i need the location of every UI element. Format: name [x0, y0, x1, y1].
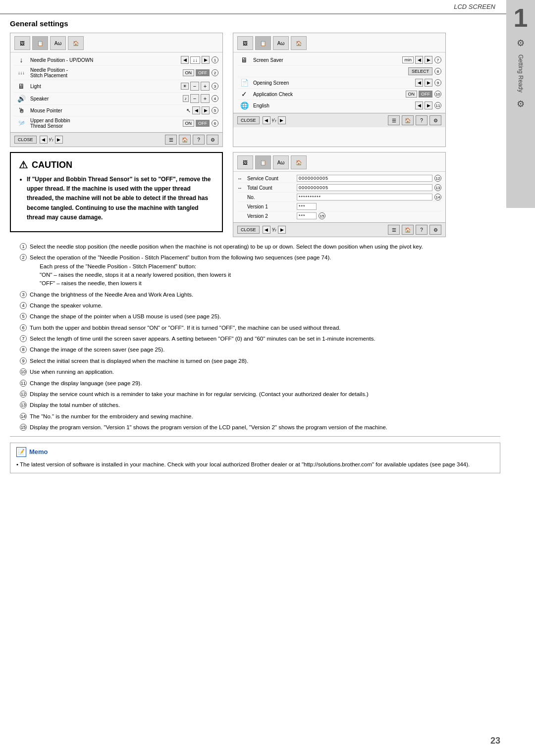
row7-arrow-left[interactable]: ◀: [415, 56, 423, 64]
row10-label: Application Check: [251, 92, 406, 97]
left-panel-rows: ↓ Needle Position - UP/DOWN ◀ ↓↓ ▶ 1 ↓↓↓…: [10, 52, 222, 132]
left-bottom-icon-4[interactable]: ⚙: [207, 135, 218, 145]
row11-arrow-left[interactable]: ◀: [415, 101, 423, 109]
row4-icon: 🔊: [14, 95, 28, 102]
right-top-bottom-icons: ☰ 🏠 ? ⚙: [388, 115, 441, 125]
row3-label: Light: [28, 84, 181, 89]
row5-arrow-left[interactable]: ◀: [192, 106, 200, 114]
row6-off-btn[interactable]: OFF: [196, 120, 210, 127]
row11-arrow-right[interactable]: ▶: [425, 101, 432, 109]
row5-arrow-right[interactable]: ▶: [202, 106, 210, 114]
left-bottom-icon-1[interactable]: ☰: [165, 135, 177, 145]
service-panel-top-icons: 🖼 📋 Aω 🏠: [233, 152, 445, 172]
service-row-v2: Version 2 *** 15: [237, 211, 441, 220]
chapter-label: Getting Ready: [517, 54, 524, 93]
row2-on-btn[interactable]: ON: [183, 69, 195, 76]
service-page-prev[interactable]: ◀: [263, 226, 270, 234]
list-item-5: 5 Change the shape of the pointer when a…: [20, 312, 500, 321]
chapter-icon-top: ⚙: [517, 38, 525, 49]
row2-control: ON OFF: [183, 69, 210, 76]
memo-title-text: Memo: [29, 448, 48, 455]
service-icon-total: ↔: [237, 185, 247, 191]
left-icon-1[interactable]: 🖼: [14, 36, 30, 50]
main-content: General settings 🖼 📋 Aω 🏠 ↓ Needle Posit…: [0, 14, 535, 478]
right-top-bottom-icon-1[interactable]: ☰: [388, 115, 400, 125]
right-icon-1[interactable]: 🖼: [237, 36, 253, 50]
row6-on-btn[interactable]: ON: [183, 120, 195, 127]
row6-label: Upper and BobbinThread Sensor: [28, 118, 183, 129]
row1-arrow-right[interactable]: ▶: [202, 56, 210, 64]
row9-arrow-left[interactable]: ◀: [415, 79, 423, 87]
right-top-page-next[interactable]: ▶: [278, 116, 286, 124]
service-icon-4[interactable]: 🏠: [291, 155, 307, 169]
left-page-next[interactable]: ▶: [55, 136, 63, 144]
service-icon-2[interactable]: 📋: [255, 155, 271, 169]
memo-title: 📝 Memo: [16, 447, 494, 457]
right-top-close-button[interactable]: CLOSE: [237, 116, 260, 124]
panels-row-top: 🖼 📋 Aω 🏠 ↓ Needle Position - UP/DOWN ◀ ↓…: [10, 33, 500, 147]
row4-minus[interactable]: −: [190, 94, 199, 103]
left-icon-2[interactable]: 📋: [32, 36, 48, 50]
header: LCD SCREEN: [0, 0, 535, 14]
right-top-bottom-icon-3[interactable]: ?: [416, 115, 428, 125]
right-top-page-prev[interactable]: ◀: [263, 116, 270, 124]
service-page-nav: ◀ ⁵⁄₇ ▶: [263, 226, 286, 234]
right-icon-4[interactable]: 🏠: [291, 36, 307, 50]
row8-control: SELECT: [408, 67, 432, 75]
service-close-button[interactable]: CLOSE: [237, 226, 260, 234]
row3-sun: ☀: [181, 83, 189, 90]
right-top-bottom-icon-4[interactable]: ⚙: [429, 115, 441, 125]
list-item-7: 7 Select the length of time until the sc…: [20, 334, 500, 343]
num-12: 12: [20, 391, 27, 398]
chapter-icon-bottom: ⚙: [517, 99, 525, 109]
row9-label: Opening Screen: [251, 80, 415, 86]
row3-plus[interactable]: +: [201, 82, 210, 91]
left-icon-4[interactable]: 🏠: [68, 36, 84, 50]
service-icon-1[interactable]: 🖼: [237, 155, 253, 169]
row6-num: 6: [212, 120, 218, 127]
row4-control: ♪ − +: [183, 94, 210, 103]
left-bottom-icon-3[interactable]: ?: [193, 135, 205, 145]
panel-row-1: ↓ Needle Position - UP/DOWN ◀ ↓↓ ▶ 1: [14, 54, 218, 66]
service-bottom-icon-3[interactable]: ?: [416, 225, 428, 235]
service-icon-3[interactable]: Aω: [273, 155, 289, 169]
row7-icon: 🖥: [237, 56, 251, 64]
service-count-label: Service Count: [247, 176, 297, 181]
panel-row-10: ✓ Application Check ON OFF 10: [237, 89, 441, 100]
left-bottom-icon-2[interactable]: 🏠: [179, 135, 191, 145]
left-page-prev[interactable]: ◀: [40, 136, 48, 144]
row2-icon: ↓↓↓: [14, 70, 28, 75]
right-top-bottom-icon-2[interactable]: 🏠: [402, 115, 414, 125]
list-item-4: 4 Change the speaker volume.: [20, 301, 500, 310]
left-page-nav: ◀ ¹⁄₇ ▶: [40, 136, 63, 144]
row10-off-btn[interactable]: OFF: [419, 91, 432, 98]
row2-off-btn[interactable]: OFF: [196, 69, 210, 76]
row4-plus[interactable]: +: [201, 94, 210, 103]
left-page-info: ¹⁄₇: [49, 137, 54, 143]
row8-select-btn[interactable]: SELECT: [408, 67, 432, 75]
right-icon-3[interactable]: Aω: [273, 36, 289, 50]
row10-on-btn[interactable]: ON: [406, 91, 418, 98]
left-icon-3[interactable]: Aω: [50, 36, 66, 50]
row8-num: 8: [434, 68, 441, 75]
service-bottom-icon-2[interactable]: 🏠: [402, 225, 414, 235]
service-page-next[interactable]: ▶: [278, 226, 286, 234]
right-icon-2[interactable]: 📋: [255, 36, 271, 50]
section-title: General settings: [10, 19, 500, 28]
row1-arrow-left[interactable]: ◀: [181, 56, 189, 64]
service-total-label: Total Count: [247, 185, 297, 191]
service-count-value: 0000000005: [297, 175, 432, 182]
left-close-button[interactable]: CLOSE: [14, 136, 37, 144]
row1-control: ◀ ↓↓ ▶: [181, 56, 210, 64]
num-14: 14: [20, 413, 27, 420]
row7-arrow-right[interactable]: ▶: [425, 56, 432, 64]
service-count-num: 12: [434, 175, 441, 182]
row4-label: Speaker: [28, 96, 183, 101]
list-item-9: 9 Select the initial screen that is disp…: [20, 356, 500, 365]
service-bottom-icon-4[interactable]: ⚙: [429, 225, 441, 235]
row9-arrow-right[interactable]: ▶: [425, 79, 432, 87]
service-no-num: 14: [434, 194, 441, 201]
service-bottom-icon-1[interactable]: ☰: [388, 225, 400, 235]
panel-row-2: ↓↓↓ Needle Position -Stitch Placement ON…: [14, 66, 218, 80]
row3-minus[interactable]: −: [190, 82, 199, 91]
